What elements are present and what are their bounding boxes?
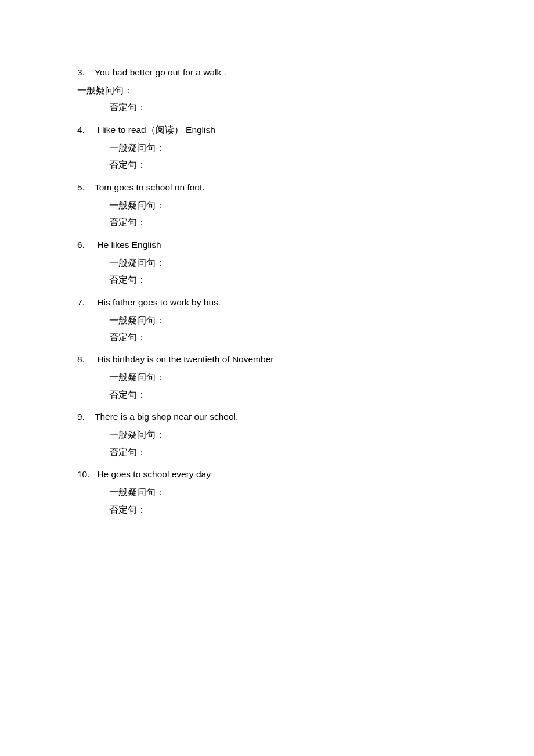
sub-line-general-question: 一般疑问句： [77, 254, 475, 271]
sub-line-negative: 否定句： [77, 99, 475, 116]
sub-line-general-question: 一般疑问句： [77, 82, 475, 99]
question-text: His father goes to work by bus. [95, 297, 221, 307]
question-item: 8. His birthday is on the twentieth of N… [77, 352, 475, 403]
sub-line-negative: 否定句： [77, 214, 475, 231]
question-item: 7. His father goes to work by bus. 一般疑问句… [77, 296, 475, 346]
question-number: 4. [77, 123, 88, 137]
sub-line-general-question: 一般疑问句： [77, 139, 475, 156]
question-text-line: 3.You had better go out for a walk . [77, 66, 475, 80]
sub-line-general-question: 一般疑问句： [77, 312, 475, 329]
question-text-line: 8. His birthday is on the twentieth of N… [77, 352, 475, 366]
question-number: 7. [77, 296, 88, 309]
question-number: 8. [77, 352, 88, 366]
sub-line-negative: 否定句： [77, 329, 475, 345]
question-text-line: 10. He goes to school every day [77, 467, 475, 481]
question-number: 9. [77, 410, 88, 424]
sub-line-negative: 否定句： [77, 386, 475, 403]
sub-line-negative: 否定句： [77, 501, 475, 518]
question-text: You had better go out for a walk . [95, 67, 226, 77]
question-text: There is a big shop near our school. [95, 412, 238, 422]
question-text: I like to read（阅读） English [95, 125, 215, 135]
question-item: 10. He goes to school every day 一般疑问句： 否… [77, 467, 475, 518]
question-text: He goes to school every day [95, 469, 211, 479]
sub-line-negative: 否定句： [77, 156, 475, 173]
question-item: 3.You had better go out for a walk . 一般疑… [77, 66, 475, 116]
question-text-line: 4. I like to read（阅读） English [77, 123, 475, 137]
question-text: Tom goes to school on foot. [95, 182, 205, 192]
question-item: 9.There is a big shop near our school. 一… [77, 410, 475, 460]
question-text: He likes English [95, 240, 161, 250]
question-number: 10. [77, 467, 88, 481]
page-content: 3.You had better go out for a walk . 一般疑… [0, 0, 475, 518]
sub-line-general-question: 一般疑问句： [77, 484, 475, 501]
question-number: 3. [77, 66, 88, 80]
question-text-line: 5.Tom goes to school on foot. [77, 181, 475, 195]
question-text-line: 9.There is a big shop near our school. [77, 410, 475, 424]
question-item: 4. I like to read（阅读） English 一般疑问句： 否定句… [77, 123, 475, 174]
question-item: 6. He likes English 一般疑问句： 否定句： [77, 238, 475, 289]
question-text-line: 6. He likes English [77, 238, 475, 252]
sub-line-general-question: 一般疑问句： [77, 369, 475, 386]
sub-line-general-question: 一般疑问句： [77, 197, 475, 214]
question-text: His birthday is on the twentieth of Nove… [95, 354, 273, 364]
sub-line-negative: 否定句： [77, 444, 475, 460]
sub-line-negative: 否定句： [77, 271, 475, 288]
question-number: 6. [77, 238, 88, 252]
question-number: 5. [77, 181, 88, 195]
sub-line-general-question: 一般疑问句： [77, 426, 475, 443]
question-text-line: 7. His father goes to work by bus. [77, 296, 475, 309]
question-item: 5.Tom goes to school on foot. 一般疑问句： 否定句… [77, 181, 475, 231]
